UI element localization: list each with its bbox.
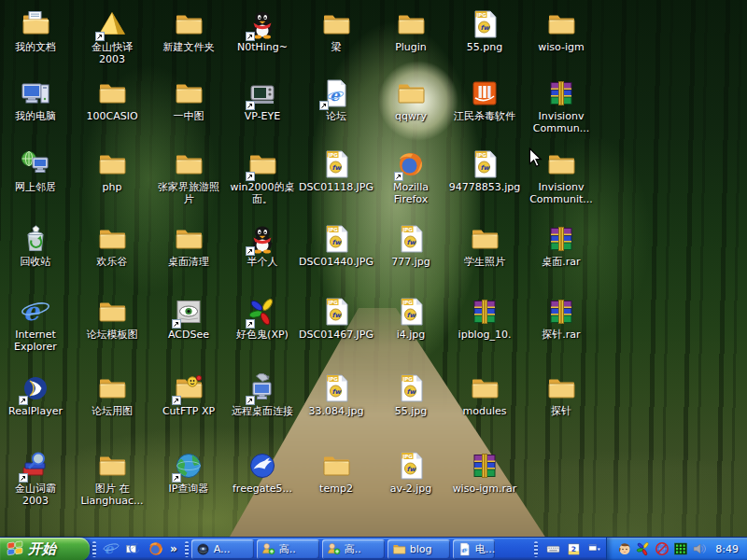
- svg-text:2: 2: [571, 544, 575, 553]
- taskbar: 开始 e » A...高..高..bloge电... 2 8:49: [0, 537, 747, 560]
- start-button[interactable]: 开始: [0, 538, 90, 560]
- desktop-icon-luntan-moban-tu[interactable]: 论坛模板图: [75, 297, 149, 341]
- shortcut-arrow-icon: [246, 396, 255, 405]
- desktop-icon-label: freegate5...: [225, 483, 300, 495]
- desktop-icon-kingsoft-ciba-2003[interactable]: 金山词霸 2003: [0, 451, 73, 507]
- desktop-icon-nothing[interactable]: N0tHing~: [225, 9, 300, 53]
- ciba-dict-icon: [21, 451, 50, 481]
- desktop-icon-94778853-jpg[interactable]: JPGfw94778853.jpg: [447, 149, 522, 193]
- svg-text:fw: fw: [332, 312, 343, 319]
- desktop-icon-yizhongtu[interactable]: 一中图: [151, 78, 226, 122]
- desktop-icon-label: 一中图: [151, 110, 226, 122]
- traffic-grid-tray-icon[interactable]: [673, 541, 688, 556]
- task-button-3[interactable]: 高..: [322, 539, 385, 559]
- qq-avatar-tray-icon[interactable]: [617, 541, 632, 556]
- desktop-icon-label: DSC01467.JPG: [299, 329, 374, 341]
- svg-text:JPG: JPG: [327, 300, 338, 306]
- desktop-icon-huanlegu[interactable]: 欢乐谷: [75, 224, 149, 268]
- desktop-icon-dsc01467-jpg[interactable]: JPGfwDSC01467.JPG: [299, 297, 374, 341]
- desktop-icon-dsc01440-jpg[interactable]: JPGfwDSC01440.JPG: [299, 224, 374, 268]
- desktop-icon-desktop-cleanup[interactable]: 桌面清理: [151, 224, 226, 268]
- quick-launch-handle[interactable]: [92, 541, 96, 557]
- desktop-icon-100casio[interactable]: 100CASIO: [75, 78, 149, 122]
- desktop-icon-55-jpg[interactable]: JPGfw55.jpg: [374, 373, 448, 417]
- firefox-quicklaunch-icon[interactable]: [146, 539, 165, 559]
- desktop-icon-modules[interactable]: modules: [447, 373, 522, 417]
- internet-explorer-quicklaunch-icon[interactable]: e: [101, 539, 120, 559]
- desktop-icon-label: ACDSee: [151, 329, 226, 341]
- desktop-icon-label: ipblog_10.: [447, 329, 522, 341]
- task-button-2[interactable]: 高..: [257, 539, 319, 559]
- desktop-icon-tanzhen-rar[interactable]: 探针.rar: [524, 297, 599, 341]
- desktop-icon-student-photos[interactable]: 学生照片: [447, 224, 522, 268]
- input-method-icon[interactable]: 2: [565, 540, 582, 557]
- desktop-icon-luntan[interactable]: e论坛: [299, 78, 374, 122]
- jpg-file-icon: JPGfw: [470, 9, 500, 39]
- pinwheel-tray-icon[interactable]: [636, 541, 651, 556]
- desktop-icon-zhuomian-rar[interactable]: 桌面.rar: [524, 224, 599, 268]
- quick-launch-overflow-chevron[interactable]: »: [167, 542, 180, 555]
- desktop-icon-jiangmin-antivirus[interactable]: 江民杀毒软件: [447, 78, 522, 122]
- desktop-icon-33-084-jpg[interactable]: JPGfw33.084.jpg: [299, 373, 374, 417]
- svg-text:fw: fw: [407, 312, 417, 319]
- desktop-icon-new-folder[interactable]: 新建文件夹: [151, 9, 226, 53]
- task-button-4[interactable]: blog: [388, 539, 450, 559]
- desktop-icon-plugin[interactable]: Plugin: [374, 9, 448, 53]
- desktop-icon-internet-explorer[interactable]: eInternet Explorer: [0, 297, 73, 353]
- language-bar-handle[interactable]: [534, 541, 538, 557]
- desktop-icon-tupian-lianghuac[interactable]: 图片 在 Lianghuac...: [75, 451, 149, 507]
- desktop-icon-vp-eye[interactable]: VP-EYE: [225, 78, 300, 122]
- desktop-icon-liang[interactable]: 梁: [299, 9, 374, 53]
- desktop-icon-freegate5[interactable]: freegate5...: [225, 451, 300, 495]
- desktop-icon-dsc01118-jpg[interactable]: JPGfwDSC01118.JPG: [299, 149, 374, 193]
- desktop-icon-remote-desktop[interactable]: 远程桌面连接: [225, 373, 300, 417]
- task-button-1[interactable]: A...: [191, 539, 254, 559]
- desktop-icon-cutftp-xp[interactable]: CutFTP XP: [151, 373, 226, 417]
- desktop-icon-network-places[interactable]: 网上邻居: [0, 149, 73, 193]
- desktop-icon-recycle-bin[interactable]: 回收站: [0, 224, 73, 268]
- desktop-icon-win2000-desktop[interactable]: win2000的桌 面。: [225, 149, 300, 205]
- task-button-5[interactable]: e电...: [453, 539, 495, 559]
- keyboard-icon[interactable]: [544, 540, 561, 557]
- folder-icon: [321, 451, 351, 481]
- desktop-icon-realplayer[interactable]: RealPlayer: [0, 373, 73, 417]
- folder-icon: [97, 373, 127, 403]
- desktop-icon-qqwry[interactable]: qqwry: [374, 78, 448, 122]
- tasks-handle[interactable]: [185, 541, 189, 557]
- desktop-icon-wiso-igm-rar[interactable]: wiso-igm.rar: [447, 451, 522, 495]
- desktop-icon-temp2[interactable]: temp2: [299, 451, 374, 495]
- desktop-icon-ipblog-10[interactable]: ipblog_10.: [447, 297, 522, 341]
- svg-text:JPG: JPG: [327, 152, 338, 159]
- desktop-icon-wiso-igm[interactable]: wiso-igm: [524, 9, 599, 53]
- desktop-icon-mozilla-firefox[interactable]: Mozilla Firefox: [374, 149, 448, 205]
- outlook-express-quicklaunch-icon[interactable]: [123, 539, 143, 559]
- desktop-icon-label: CutFTP XP: [151, 405, 226, 417]
- qq-penguin-icon: [247, 224, 277, 254]
- svg-text:JPG: JPG: [475, 152, 486, 159]
- toolbar-window-icon[interactable]: [585, 540, 602, 557]
- desktop-icon-i4-jpg[interactable]: JPGfwi4.jpg: [374, 297, 448, 341]
- desktop-icon-bangeren[interactable]: 半个人: [225, 224, 300, 268]
- desktop-icon-tanzhen[interactable]: 探针: [524, 373, 599, 417]
- desktop-icon-55-png[interactable]: JPGfw55.png: [447, 9, 522, 53]
- cuteftp-icon: [174, 373, 204, 403]
- svg-text:e: e: [23, 297, 41, 326]
- desktop-icon-luntan-yong-tu[interactable]: 论坛用图: [75, 373, 149, 417]
- desktop-icon-php[interactable]: php: [75, 149, 149, 193]
- desktop-icon-invisionv-communit[interactable]: Invisionv Communit...: [524, 149, 599, 205]
- desktop-icon-invisionv-commun-rar[interactable]: Invisionv Commun...: [524, 78, 599, 134]
- desktop-icon-zhangjiajie-photos[interactable]: 张家界旅游照 片: [151, 149, 226, 205]
- desktop-icon-av-2-jpg[interactable]: JPGfwav-2.jpg: [374, 451, 448, 495]
- desktop-icon-777-jpg[interactable]: JPGfw777.jpg: [374, 224, 448, 268]
- desktop-icon-haosegui-xp[interactable]: 好色鬼(XP): [225, 297, 300, 341]
- desktop-icon-kingsoft-kuaiyi-2003[interactable]: 金山快译 2003: [75, 9, 149, 65]
- speaker-tray-icon[interactable]: [692, 541, 707, 556]
- desktop-icon-ip-query[interactable]: IP查询器: [151, 451, 226, 495]
- desktop-icon-acdsee[interactable]: ACDSee: [151, 297, 226, 341]
- desktop-icon-my-documents[interactable]: 我的文档: [0, 9, 73, 53]
- desktop-icon-my-computer[interactable]: 我的电脑: [0, 78, 73, 122]
- desktop-icon-label: RealPlayer: [0, 405, 73, 417]
- svg-text:JPG: JPG: [402, 300, 413, 306]
- net-blocked-tray-icon[interactable]: [655, 541, 669, 556]
- shortcut-arrow-icon: [246, 32, 255, 41]
